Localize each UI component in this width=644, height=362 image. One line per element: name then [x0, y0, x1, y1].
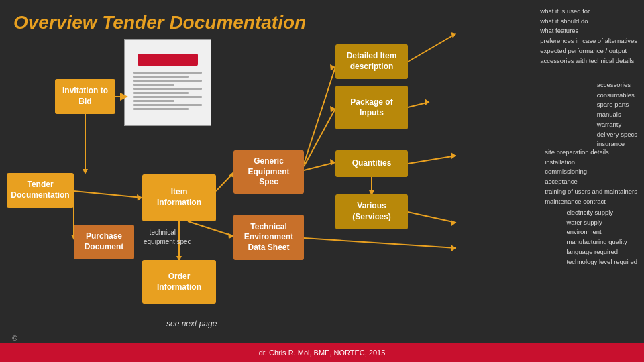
- detailed-item-description-box: Detailed Itemdescription: [335, 44, 408, 79]
- svg-line-7: [216, 173, 233, 191]
- page-title: Overview Tender Documentation: [13, 12, 306, 34]
- see-next-label: see next page: [166, 319, 217, 328]
- svg-marker-16: [330, 64, 335, 71]
- right-block1-line2: what it should do: [540, 17, 637, 27]
- svg-line-9: [188, 221, 233, 236]
- right-block1-line3: what features: [540, 26, 637, 36]
- svg-marker-20: [425, 99, 429, 105]
- package-of-inputs-box: Package ofInputs: [335, 86, 408, 129]
- svg-marker-24: [451, 152, 456, 159]
- right-block1-line4: preferences in case of alternatives: [540, 36, 637, 46]
- technical-environment-box: TechnicalEnvironmentData Sheet: [233, 215, 304, 260]
- right-block2-line5: warranty: [597, 120, 637, 130]
- right-text-block-4: electricity supply water supply environm…: [566, 208, 637, 267]
- order-information-box: OrderInformation: [142, 260, 216, 304]
- svg-marker-2: [83, 169, 88, 174]
- svg-line-15: [304, 67, 335, 164]
- svg-line-21: [408, 34, 456, 62]
- technical-spec-label: = technicalequipment spec: [144, 228, 191, 247]
- svg-line-27: [304, 238, 456, 248]
- svg-line-25: [408, 212, 456, 223]
- right-block2-line3: spare parts: [597, 100, 637, 110]
- right-block4-line2: water supply: [566, 218, 637, 228]
- right-block4-line5: language required: [566, 247, 637, 257]
- right-block1-line6: accessories with technical details: [540, 56, 637, 66]
- right-block2-line2: consumables: [597, 90, 637, 101]
- svg-line-3: [74, 191, 142, 198]
- item-information-box: ItemInformation: [142, 174, 216, 221]
- svg-marker-28: [451, 245, 456, 251]
- various-services-box: Various(Services): [335, 194, 408, 229]
- right-text-block-1: what it is used for what it should do wh…: [540, 7, 637, 66]
- right-block1-line5: expected performance / output: [540, 46, 637, 56]
- right-block1-line1: what it is used for: [540, 7, 637, 17]
- right-block3-line6: maintenance contract: [545, 197, 637, 207]
- right-text-block-2: accessories consumables spare parts manu…: [597, 80, 637, 149]
- copyright-symbol: ©: [12, 334, 17, 342]
- purchase-document-box: PurchaseDocument: [74, 225, 134, 259]
- svg-marker-4: [137, 194, 142, 201]
- right-block3-line3: commissioning: [545, 167, 637, 177]
- right-block3-line5: training of users and maintainers: [545, 187, 637, 197]
- right-block2-line6: delivery specs: [597, 130, 637, 140]
- quantities-box: Quantities: [335, 150, 408, 177]
- right-block4-line6: technology level required: [566, 257, 637, 267]
- svg-marker-22: [451, 32, 456, 38]
- document-image: [124, 39, 211, 126]
- svg-line-23: [408, 156, 456, 164]
- right-block4-line3: environment: [566, 227, 637, 237]
- svg-line-19: [408, 102, 429, 107]
- footer-text: dr. Chris R. Mol, BME, NORTEC, 2015: [259, 349, 386, 357]
- svg-marker-26: [451, 220, 456, 226]
- right-block3-line2: installation: [545, 158, 637, 168]
- right-block4-line4: manufacturing quality: [566, 237, 637, 247]
- slide: Overview Tender Documentation: [0, 0, 644, 362]
- tender-documentation-box: TenderDocumentation: [7, 173, 74, 208]
- svg-line-11: [304, 162, 335, 170]
- generic-equipment-spec-box: GenericEquipmentSpec: [233, 150, 304, 194]
- right-block2-line4: manuals: [597, 110, 637, 120]
- invitation-box: Invitation to Bid: [55, 79, 115, 114]
- footer: dr. Chris R. Mol, BME, NORTEC, 2015: [0, 343, 644, 362]
- svg-line-13: [304, 109, 335, 166]
- right-block3-line4: acceptance: [545, 177, 637, 187]
- right-block4-line1: electricity supply: [566, 208, 637, 218]
- svg-marker-12: [330, 159, 335, 166]
- right-text-block-3: site preparation details installation co…: [545, 147, 637, 206]
- svg-marker-10: [228, 233, 233, 239]
- right-block2-line1: accessories: [597, 80, 637, 90]
- right-block3-line1: site preparation details: [545, 147, 637, 158]
- svg-marker-14: [330, 106, 335, 113]
